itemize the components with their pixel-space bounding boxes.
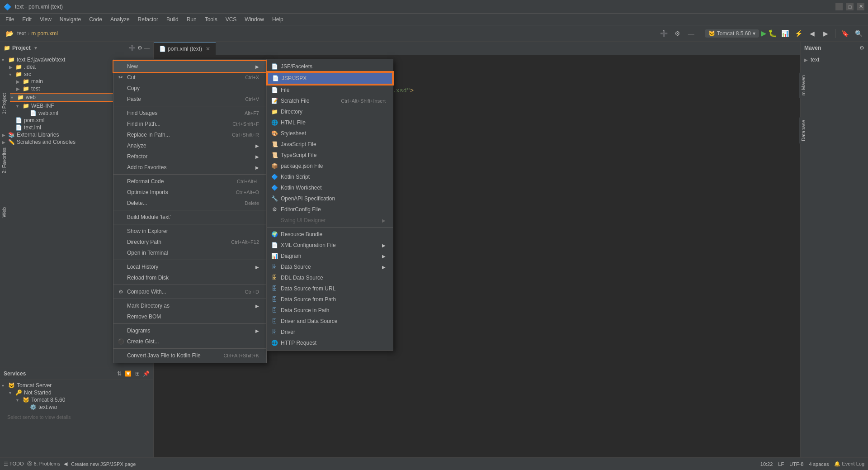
new-submenu-openapi[interactable]: 🔧 OpenAPI Specification xyxy=(267,193,393,204)
toolbar-back-btn[interactable]: ◀ xyxy=(806,28,818,39)
ctx-find-usages[interactable]: Find Usages Alt+F7 xyxy=(113,108,266,119)
ctx-reformat[interactable]: Reformat Code Ctrl+Alt+L xyxy=(113,176,266,187)
toolbar-profile-btn[interactable]: ⚡ xyxy=(793,28,804,39)
project-settings-icon[interactable]: ⚙ xyxy=(137,45,142,51)
maximize-button[interactable]: □ xyxy=(846,3,854,10)
project-minimize-icon[interactable]: — xyxy=(144,45,150,51)
tab-maven[interactable]: m Maven xyxy=(799,72,809,98)
status-expand-icon[interactable]: ◀ xyxy=(64,461,67,467)
toolbar-settings-btn[interactable]: ⚙ xyxy=(672,28,684,39)
ctx-create-gist[interactable]: ⚫ Create Gist... xyxy=(113,336,266,347)
ctx-replace-in-path[interactable]: Replace in Path... Ctrl+Shift+R xyxy=(113,129,266,140)
menu-code[interactable]: Code xyxy=(85,15,106,24)
project-dropdown-icon[interactable]: ▾ xyxy=(34,45,37,51)
status-problems[interactable]: ⓪ 6: Problems xyxy=(27,461,60,467)
ctx-copy[interactable]: Copy xyxy=(113,83,266,94)
new-submenu-datasource[interactable]: 🗄 Data Source ▶ xyxy=(267,261,393,272)
menu-help[interactable]: Help xyxy=(269,15,287,24)
ctx-convert-kotlin[interactable]: Convert Java File to Kotlin File Ctrl+Al… xyxy=(113,350,266,361)
new-submenu-resource-bundle[interactable]: 🌍 Resource Bundle xyxy=(267,229,393,240)
editor-tab-pomxml[interactable]: 📄 pom.xml (text) ✕ xyxy=(154,42,216,55)
new-submenu-file[interactable]: 📄 File xyxy=(267,85,393,95)
minimize-button[interactable]: ─ xyxy=(835,3,843,10)
ctx-optimize-imports[interactable]: Optimize Imports Ctrl+Alt+O xyxy=(113,187,266,198)
maven-item-text[interactable]: ▶ text xyxy=(802,56,866,63)
ctx-add-favorites[interactable]: Add to Favorites ▶ xyxy=(113,162,266,173)
new-submenu-xml-config[interactable]: 📄 XML Configuration File ▶ xyxy=(267,240,393,251)
tab-database[interactable]: Database xyxy=(799,117,809,144)
menu-run[interactable]: Run xyxy=(183,15,200,24)
new-submenu-html[interactable]: 🌐 HTML File xyxy=(267,117,393,128)
services-item-textwar[interactable]: ⚙️ text:war xyxy=(0,404,153,411)
ctx-remove-bom[interactable]: Remove BOM xyxy=(113,311,266,322)
menu-window[interactable]: Window xyxy=(241,15,268,24)
services-item-notstarted[interactable]: ▾ 🔑 Not Started xyxy=(0,389,153,396)
project-add-icon[interactable]: ➕ xyxy=(129,45,136,51)
menu-edit[interactable]: Edit xyxy=(19,15,35,24)
ctx-analyze[interactable]: Analyze ▶ xyxy=(113,140,266,151)
new-submenu-jsp[interactable]: 📄 JSP/JSPX xyxy=(267,72,393,85)
tab-favorites[interactable]: 2: Favorites xyxy=(0,145,10,176)
new-submenu-pkgjson[interactable]: 📦 package.json File xyxy=(267,161,393,171)
menu-tools[interactable]: Tools xyxy=(201,15,221,24)
tab-project[interactable]: 1: Project xyxy=(0,90,10,117)
new-submenu-editorconfig[interactable]: ⚙ EditorConfig File xyxy=(267,204,393,215)
toolbar-find-btn[interactable]: 🔍 xyxy=(853,28,864,39)
ctx-reload[interactable]: Reload from Disk xyxy=(113,272,266,283)
new-submenu-kotlin-ws[interactable]: 🔷 Kotlin Worksheet xyxy=(267,182,393,193)
toolbar-coverage-btn[interactable]: 📊 xyxy=(779,28,791,39)
status-line-sep[interactable]: LF xyxy=(778,461,784,467)
ctx-build-module[interactable]: Build Module 'text' xyxy=(113,212,266,223)
new-submenu-driver-ds[interactable]: 🗄 Driver and Data Source xyxy=(267,316,393,327)
menu-vcs[interactable]: VCS xyxy=(222,15,241,24)
new-submenu-kotlin-script[interactable]: 🔷 Kotlin Script xyxy=(267,171,393,182)
menu-file[interactable]: File xyxy=(2,15,18,24)
status-indent[interactable]: 4 spaces xyxy=(809,461,829,467)
toolbar-bookmarks-btn[interactable]: 🔖 xyxy=(839,28,851,39)
ctx-local-history[interactable]: Local History ▶ xyxy=(113,261,266,272)
menu-build[interactable]: Build xyxy=(163,15,182,24)
new-submenu-ddl-datasource[interactable]: 🗄 DDL Data Source xyxy=(267,272,393,283)
toolbar-add-btn[interactable]: ➕ xyxy=(658,28,670,39)
new-submenu-ds-url[interactable]: 🗄 Data Source from URL xyxy=(267,283,393,294)
new-submenu-diagram[interactable]: 📊 Diagram ▶ xyxy=(267,251,393,261)
ctx-directory-path[interactable]: Directory Path Ctrl+Alt+F12 xyxy=(113,237,266,247)
menu-analyze[interactable]: Analyze xyxy=(107,15,133,24)
ctx-find-in-path[interactable]: Find in Path... Ctrl+Shift+F xyxy=(113,119,266,129)
menu-navigate[interactable]: Navigate xyxy=(56,15,85,24)
status-encoding[interactable]: UTF-8 xyxy=(789,461,803,467)
services-pin-icon[interactable]: 📌 xyxy=(143,370,150,377)
new-submenu-ds-inpath[interactable]: 🗄 Data Source in Path xyxy=(267,305,393,316)
new-submenu-driver[interactable]: 🗄 Driver xyxy=(267,327,393,337)
status-todo[interactable]: ☰ TODO xyxy=(4,461,24,467)
services-sort-icon[interactable]: ⇅ xyxy=(117,370,122,377)
menu-view[interactable]: View xyxy=(36,15,55,24)
toolbar-minus-btn[interactable]: — xyxy=(685,28,697,39)
editor-tab-close[interactable]: ✕ xyxy=(206,46,210,52)
run-config-selector[interactable]: 🐱 Tomcat 8.5.60 ▾ xyxy=(705,29,759,38)
new-submenu-jsf[interactable]: 📄 JSF/Facelets xyxy=(267,61,393,72)
debug-button[interactable]: 🐛 xyxy=(768,29,777,38)
toolbar-recent-files[interactable]: 📂 xyxy=(4,28,15,39)
ctx-show-explorer[interactable]: Show in Explorer xyxy=(113,226,266,237)
ctx-delete[interactable]: Delete... Delete xyxy=(113,198,266,209)
new-submenu-http-request[interactable]: 🌐 HTTP Request xyxy=(267,337,393,348)
new-submenu-stylesheet[interactable]: 🎨 Stylesheet xyxy=(267,128,393,139)
new-submenu-ts[interactable]: 📜 TypeScript File xyxy=(267,150,393,161)
ctx-new[interactable]: New ▶ xyxy=(113,61,266,72)
ctx-paste[interactable]: Paste Ctrl+V xyxy=(113,94,266,104)
new-submenu-js[interactable]: 📜 JavaScript File xyxy=(267,139,393,150)
tab-web[interactable]: Web xyxy=(0,204,10,220)
ctx-compare[interactable]: ⚙ Compare With... Ctrl+D xyxy=(113,286,266,297)
new-submenu-ds-path[interactable]: 🗄 Data Source from Path xyxy=(267,294,393,305)
ctx-diagrams[interactable]: Diagrams ▶ xyxy=(113,325,266,336)
menu-refactor[interactable]: Refactor xyxy=(134,15,162,24)
services-item-tomcat[interactable]: ▾ 🐱 Tomcat Server xyxy=(0,382,153,389)
status-event-log[interactable]: 🔔 Event Log xyxy=(834,461,864,467)
maven-settings-icon[interactable]: ⚙ xyxy=(859,45,864,51)
services-group-icon[interactable]: ⊞ xyxy=(135,370,140,377)
ctx-mark-dir[interactable]: Mark Directory as ▶ xyxy=(113,300,266,311)
services-filter-icon[interactable]: 🔽 xyxy=(125,370,132,377)
ctx-refactor[interactable]: Refactor ▶ xyxy=(113,151,266,162)
run-button[interactable]: ▶ xyxy=(761,29,766,38)
